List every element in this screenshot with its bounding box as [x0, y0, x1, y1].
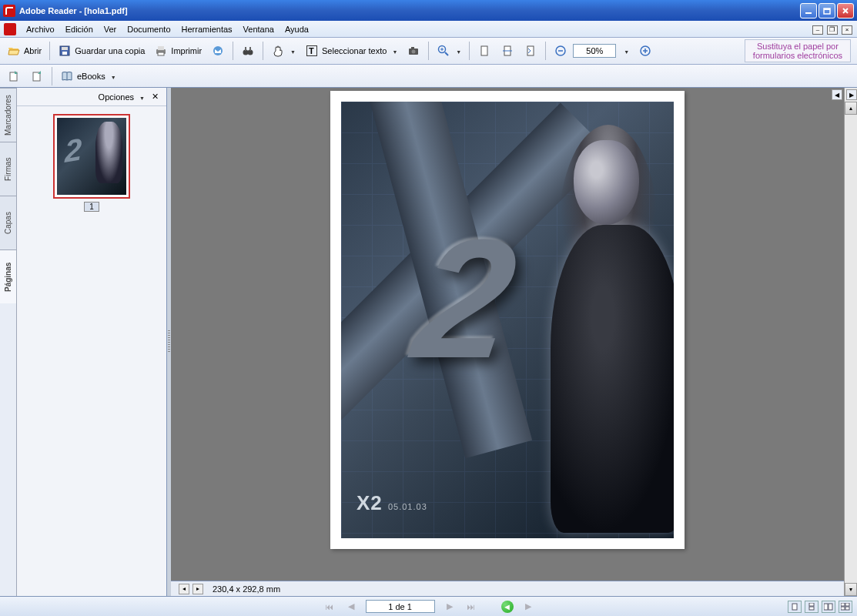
- thumbnail-page-number: 1: [84, 202, 99, 212]
- svg-rect-37: [792, 604, 797, 610]
- window-close-button[interactable]: [837, 3, 854, 18]
- import-button[interactable]: [26, 67, 48, 85]
- dropdown-arrow-icon: [390, 46, 397, 55]
- save-copy-button[interactable]: Guardar una copia: [54, 42, 149, 60]
- expand-panel-button[interactable]: ▶: [846, 89, 857, 100]
- tab-firmas[interactable]: Firmas: [0, 142, 16, 196]
- svg-rect-43: [845, 603, 849, 606]
- scroll-up-button[interactable]: ▴: [845, 102, 857, 115]
- navigation-panel: Opciones ✕ 1: [17, 88, 167, 596]
- print-button[interactable]: Imprimir: [150, 42, 206, 60]
- dropdown-arrow-icon: [621, 46, 629, 55]
- nav-panel-close-button[interactable]: ✕: [149, 90, 162, 103]
- zoom-out-button[interactable]: [550, 42, 571, 60]
- tab-paginas[interactable]: Páginas: [0, 249, 16, 303]
- vertical-scrollbar[interactable]: ▶ ▴ ▾: [844, 88, 857, 596]
- scroll-left-button[interactable]: ◂: [179, 584, 189, 594]
- secondary-toolbar: eBooks: [0, 65, 857, 88]
- scroll-track[interactable]: [845, 115, 857, 583]
- collapse-panel-button[interactable]: ◀: [832, 89, 842, 100]
- svg-line-22: [445, 52, 448, 55]
- scroll-right-button[interactable]: ▸: [192, 584, 203, 594]
- binoculars-icon: [241, 44, 255, 58]
- snapshot-button[interactable]: [403, 42, 424, 60]
- single-page-view-button[interactable]: [788, 601, 802, 613]
- svg-rect-6: [62, 47, 68, 50]
- continuous-facing-view-button[interactable]: [839, 601, 852, 613]
- dropdown-arrow-icon: [454, 46, 461, 55]
- actual-size-button[interactable]: [520, 42, 541, 60]
- continuous-view-button[interactable]: [805, 601, 819, 613]
- window-maximize-button[interactable]: [819, 3, 835, 18]
- document-viewport[interactable]: ◀ 2 X2 05.01.03: [171, 88, 844, 581]
- last-page-button[interactable]: ⏭: [464, 600, 478, 614]
- zoom-in-button[interactable]: [433, 42, 465, 60]
- svg-rect-10: [158, 52, 164, 55]
- promo-banner[interactable]: Sustituya el papel por formularios elect…: [745, 39, 851, 62]
- select-text-button[interactable]: T Seleccionar texto: [301, 42, 401, 60]
- svg-rect-20: [411, 47, 414, 49]
- options-dropdown[interactable]: Opciones: [95, 88, 149, 106]
- forward-view-button[interactable]: ▶: [521, 600, 535, 614]
- plus-circle-icon: [638, 44, 652, 58]
- document-area: ◀ 2 X2 05.01.03 ◂ ▸ 230,4 x 292,8 mm: [171, 88, 844, 596]
- svg-text:T: T: [309, 46, 314, 55]
- fit-page-button[interactable]: [474, 42, 495, 60]
- doc-restore-button[interactable]: ❐: [827, 25, 838, 35]
- page-thumbnail-1[interactable]: [53, 114, 130, 199]
- print-label: Imprimir: [171, 46, 202, 55]
- menubar: Archivo Edición Ver Documento Herramient…: [0, 21, 857, 38]
- document-status-bar: ◂ ▸ 230,4 x 292,8 mm: [171, 581, 844, 596]
- export-button[interactable]: [3, 67, 25, 85]
- menu-ventana[interactable]: Ventana: [238, 23, 280, 35]
- camera-icon: [407, 44, 420, 58]
- svg-point-11: [213, 46, 223, 55]
- open-label: Abrir: [24, 46, 42, 55]
- doc-minimize-button[interactable]: –: [812, 25, 823, 35]
- printer-icon: [154, 44, 168, 58]
- svg-rect-39: [809, 607, 814, 610]
- menu-ayuda[interactable]: Ayuda: [280, 23, 314, 35]
- svg-rect-42: [841, 603, 845, 606]
- window-title: Adobe Reader - [hola1.pdf]: [19, 6, 800, 15]
- dropdown-arrow-icon: [109, 72, 116, 81]
- back-view-button[interactable]: ◄: [501, 601, 514, 613]
- facing-view-button[interactable]: [822, 601, 835, 613]
- menu-documento[interactable]: Documento: [122, 23, 176, 35]
- scroll-down-button[interactable]: ▾: [845, 583, 857, 596]
- prev-page-button[interactable]: ◀: [344, 600, 358, 614]
- search-button[interactable]: [237, 42, 259, 60]
- email-icon: [211, 44, 225, 58]
- tab-capas[interactable]: Capas: [0, 196, 16, 249]
- ebooks-button[interactable]: eBooks: [56, 67, 120, 85]
- menu-archivo[interactable]: Archivo: [21, 23, 60, 35]
- doc-close-button[interactable]: ×: [842, 25, 852, 35]
- options-label: Opciones: [99, 92, 134, 102]
- open-button[interactable]: Abrir: [3, 42, 45, 60]
- hand-tool-button[interactable]: [267, 42, 300, 60]
- next-page-button[interactable]: ▶: [443, 600, 457, 614]
- tab-marcadores[interactable]: Marcadores: [0, 88, 16, 142]
- fit-page-icon: [477, 44, 491, 58]
- svg-rect-14: [245, 47, 246, 51]
- fit-width-button[interactable]: [497, 42, 518, 60]
- first-page-button[interactable]: ⏮: [323, 600, 336, 614]
- email-button[interactable]: [207, 42, 229, 60]
- thumbnails-area: 1: [17, 106, 166, 219]
- folder-open-icon: [7, 44, 21, 58]
- window-minimize-button[interactable]: [800, 3, 817, 18]
- svg-rect-15: [249, 47, 251, 51]
- ebooks-label: eBooks: [77, 72, 105, 81]
- zoom-in-plus-button[interactable]: [634, 42, 656, 60]
- menu-herramientas[interactable]: Herramientas: [176, 23, 238, 35]
- svg-rect-45: [845, 607, 849, 610]
- document-window-controls: – ❐ ×: [812, 24, 853, 35]
- window-titlebar: Adobe Reader - [hola1.pdf]: [0, 0, 857, 21]
- zoom-level-input[interactable]: [573, 44, 616, 58]
- dropdown-arrow-icon: [288, 46, 296, 55]
- page-indicator[interactable]: 1 de 1: [366, 600, 435, 613]
- menu-edicion[interactable]: Edición: [60, 23, 99, 35]
- menu-ver[interactable]: Ver: [99, 23, 122, 35]
- zoom-dropdown[interactable]: [618, 42, 633, 60]
- select-text-label: Seleccionar texto: [322, 46, 387, 55]
